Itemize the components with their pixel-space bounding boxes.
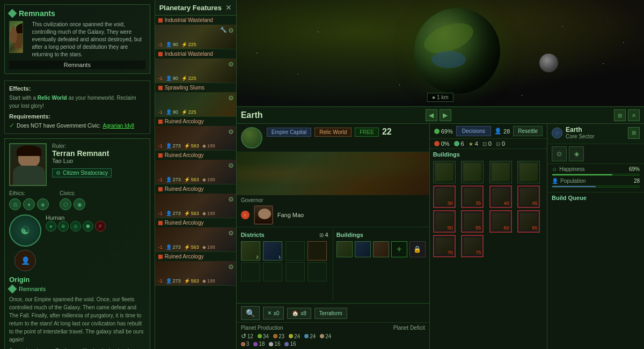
pf-gear-icon-3[interactable]: ⚙ [228, 94, 234, 102]
amenities-dot [269, 342, 273, 346]
earth-nav: ◀ ▶ [426, 109, 451, 121]
trait-icon-2[interactable]: ⊕ [58, 221, 69, 232]
district-count-2: 1 [279, 255, 281, 259]
pf-gear-icon-6[interactable]: ⚙ [228, 196, 234, 203]
buildings-title: Buildings [336, 232, 363, 238]
building-tile-2[interactable] [355, 241, 371, 257]
pf-gear-icon-1[interactable]: ⚙ [228, 27, 234, 34]
pf-item-8-header: Ruined Arcology [155, 252, 236, 261]
ethics-icon-3[interactable]: ◈ [37, 198, 49, 210]
districts-buildings-row: Districts ⊞ 4 2 1 [237, 227, 429, 303]
district-tile-5[interactable] [241, 262, 260, 281]
district-tile-1[interactable]: 2 [241, 241, 260, 261]
pf-item-6-image[interactable]: ⚙ -1 👤 273 ⚡ 563 ◆ 188 [155, 194, 236, 218]
pf-close-button[interactable]: ✕ [225, 3, 232, 12]
trait-icon-5[interactable]: ✗ [95, 221, 106, 232]
bld-tile-locked-4: 45 [517, 185, 540, 208]
pf-gear-icon-8[interactable]: ⚙ [228, 263, 234, 271]
sector-settings-button[interactable]: ⊞ [628, 127, 640, 139]
pf-item-2-name: Industrial Wasteland [165, 51, 233, 57]
gov-label: Citizen Stratocracy [63, 170, 108, 176]
civic-icon-2[interactable]: ◉ [74, 198, 85, 210]
district-tile-7[interactable] [286, 262, 305, 281]
pf-gear-icon-7[interactable]: ⚙ [228, 229, 234, 237]
prod-housing: 16 [284, 341, 296, 347]
bld-tile-4[interactable] [517, 161, 540, 183]
arcology-icon-5 [158, 255, 163, 259]
pop-stats-section: ☺ Happiness 69% 👤 Population 28 [547, 164, 644, 192]
stability-stat: 6 [454, 140, 464, 147]
resettle-button[interactable]: Resettle [513, 126, 543, 136]
req-civic-link[interactable]: Agrarian Idyll [103, 123, 134, 129]
empire-info: Ruler: Terran Remnant Tao Luo ⚙ Citizen … [52, 143, 145, 186]
district-tile-4[interactable] [308, 241, 327, 261]
planet-icon[interactable] [241, 127, 262, 148]
sector-actions: ⊙ ◈ [547, 144, 644, 164]
planet-deficit-label: Planet Deficit [393, 325, 425, 331]
pf-gear-icon-5[interactable]: ⚙ [228, 162, 234, 169]
terraform-button[interactable]: Terraform [314, 308, 347, 319]
housing-stat-icon: ⊡ [482, 141, 487, 147]
sector-name: Earth [566, 126, 594, 133]
build-queue-empty [552, 204, 640, 215]
decisions-button[interactable]: Decisions [456, 126, 491, 136]
pf-gear-icon-2[interactable]: ⚙ [228, 61, 234, 68]
districts-count: ⊞ 4 [319, 232, 328, 238]
bld-num-75: 75 [475, 250, 481, 255]
ethics-icon-2[interactable]: ♦ [23, 198, 35, 210]
district-tile-8[interactable] [308, 262, 327, 281]
district-tile-3[interactable] [286, 241, 305, 261]
pf-item-7-image[interactable]: ⚙ -1 👤 273 ⚡ 563 ◆ 188 [155, 227, 236, 251]
bld-tile-3[interactable] [489, 161, 512, 183]
survey-button[interactable]: 🔍 [241, 306, 260, 320]
prod-pop: ↺ 12 [241, 332, 253, 340]
pf-item-4-image[interactable]: ⚙ -1 👤 273 ⚡ 563 ◆ 188 [155, 126, 236, 150]
earth-nav-next[interactable]: ▶ [440, 109, 451, 121]
buildings-grid-section: Buildings 30 35 40 [430, 149, 547, 349]
pf-item-1-image[interactable]: ⚙ 🔧 -1 👤 90 ⚡ 225 [155, 25, 236, 49]
origin-sub-diamond-icon [8, 285, 17, 294]
districts-section: Districts ⊞ 4 2 1 [237, 229, 333, 301]
governor-portrait[interactable] [254, 205, 273, 225]
amenities-stat-icon: ★ [469, 141, 473, 147]
trait-icon-4[interactable]: ⬟ [83, 221, 93, 232]
earth-titlebar: Earth ◀ ▶ ⊞ ✕ [237, 107, 644, 124]
pf-item-5-image[interactable]: ⚙ -1 👤 273 ⚡ 563 ◆ 188 [155, 160, 236, 184]
sector-action-1[interactable]: ⊙ [552, 146, 567, 161]
building-tile-3[interactable] [373, 241, 389, 257]
bld-tile-locked-7: 60 [489, 210, 512, 233]
bld-tile-1[interactable] [433, 161, 456, 183]
earth-close-button[interactable]: ✕ [628, 109, 640, 121]
pf-gear-icon-4[interactable]: ⚙ [228, 128, 234, 136]
earth-nav-prev[interactable]: ◀ [426, 109, 437, 121]
housing-total-icon: ⊟ [496, 141, 500, 147]
planet-sphere[interactable] [414, 8, 500, 94]
earth-grid-button[interactable]: ⊞ [614, 109, 626, 121]
pf-item-4-header: Ruined Arcology [155, 117, 236, 126]
civic-icon-1[interactable]: ⬡ [60, 198, 71, 210]
pf-item-2-image[interactable]: ⚙ -1 👤 90 ⚡ 225 [155, 58, 236, 83]
bld-tile-locked-3: 40 [489, 185, 512, 208]
pf-item-8-image[interactable]: ⚙ -1 👤 273 ⚡ 563 ◆ 188 [155, 261, 236, 285]
district-tile-6[interactable] [263, 262, 282, 281]
governor-name: Fang Mao [277, 212, 304, 218]
bld-num-40: 40 [504, 201, 509, 206]
empire-emblem[interactable]: ☯ [9, 214, 41, 247]
civics-group: Civics: ⬡ ◉ [60, 190, 85, 210]
emblem-area: ☯ 👤 [9, 214, 41, 271]
sector-action-2[interactable]: ◈ [569, 146, 584, 161]
production-row: ↺ 12 34 23 24 [241, 332, 425, 340]
trait-icon-3[interactable]: ◎ [70, 221, 81, 232]
origin-section-title: Origin [9, 276, 145, 284]
bld-tile-2[interactable] [461, 161, 484, 183]
species-portrait[interactable]: 👤 [14, 250, 36, 271]
district-tile-2[interactable]: 1 [263, 241, 282, 261]
pf-item-3-image[interactable]: ⚙ -1 👤 90 ⚡ 225 [155, 92, 236, 116]
bld-tile-locked-2: 35 [461, 185, 484, 208]
building-tile-1[interactable] [336, 241, 353, 257]
ethics-icon-1[interactable]: ⚖ [9, 198, 21, 210]
prod-food: 34 [258, 333, 269, 339]
right-side-col: 69% Decisions 👤 28 Resettle 0% [430, 124, 547, 349]
building-add-button[interactable]: + [391, 241, 407, 257]
trait-icon-1[interactable]: ♠ [46, 221, 56, 232]
